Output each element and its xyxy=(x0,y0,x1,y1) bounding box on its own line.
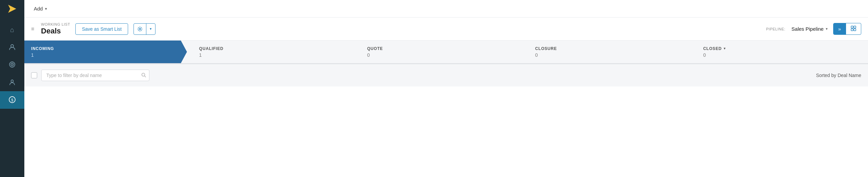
stage-qualified-count: 1 xyxy=(199,52,343,58)
sidebar-item-targets[interactable] xyxy=(0,56,24,74)
stage-closed-count: 0 xyxy=(703,52,861,58)
stage-closure[interactable]: CLOSURE 0 xyxy=(523,41,691,63)
stage-closure-name: CLOSURE xyxy=(535,46,679,51)
home-icon: ⌂ xyxy=(10,26,14,33)
svg-point-5 xyxy=(11,80,14,82)
contacts-icon xyxy=(8,43,16,52)
stage-closed-header: CLOSED ▾ xyxy=(703,46,861,51)
svg-rect-11 xyxy=(851,29,853,31)
stage-incoming[interactable]: INCOMING 1 xyxy=(24,41,187,63)
header-section: ≡ WORKING LIST Deals Save as Smart List … xyxy=(24,18,868,41)
svg-text:$: $ xyxy=(11,98,13,102)
filter-input[interactable] xyxy=(41,70,149,81)
pipeline-name: Sales Pipeline xyxy=(792,26,824,32)
stage-qualified-name: QUALIFIED xyxy=(199,46,343,51)
sidebar-item-deals[interactable]: $ xyxy=(0,91,24,109)
pipeline-chevron-icon: ▾ xyxy=(826,27,828,31)
kanban-icon: » xyxy=(838,26,841,32)
pipeline-select[interactable]: Sales Pipeline ▾ xyxy=(790,25,830,33)
svg-rect-12 xyxy=(854,29,856,31)
gear-button[interactable] xyxy=(134,24,146,34)
stages-row: INCOMING 1 QUALIFIED 1 QUOTE 0 CLOSURE 0… xyxy=(24,41,868,64)
svg-point-4 xyxy=(12,64,13,65)
sidebar-item-person[interactable] xyxy=(0,74,24,91)
view-toggle: » xyxy=(833,23,861,35)
stage-closure-count: 0 xyxy=(535,52,679,58)
working-list-label: WORKING LIST xyxy=(41,22,70,26)
deals-icon: $ xyxy=(8,96,16,104)
stage-incoming-count: 1 xyxy=(31,52,175,58)
stage-quote-count: 0 xyxy=(367,52,511,58)
grid-icon xyxy=(851,26,856,32)
stage-closed-chevron-icon: ▾ xyxy=(724,46,726,51)
filter-bar: Sorted by Deal Name xyxy=(24,64,868,86)
app-logo xyxy=(7,3,18,14)
pipeline-label: PIPELINE: xyxy=(766,27,786,31)
svg-rect-9 xyxy=(851,26,853,28)
stage-incoming-name: INCOMING xyxy=(31,46,175,51)
gear-icon xyxy=(137,26,143,32)
filter-input-wrap xyxy=(41,70,149,81)
stage-closed-name: CLOSED xyxy=(703,46,722,51)
save-smart-list-button[interactable]: Save as Smart List xyxy=(75,23,128,35)
sidebar: ⌂ xyxy=(0,0,24,177)
title-group: WORKING LIST Deals xyxy=(41,22,70,35)
stage-qualified[interactable]: QUALIFIED 1 xyxy=(187,41,355,63)
header-right: PIPELINE: Sales Pipeline ▾ » xyxy=(766,23,861,35)
select-all-checkbox[interactable] xyxy=(31,72,37,78)
target-icon xyxy=(8,61,16,69)
sorted-label: Sorted by Deal Name xyxy=(816,73,861,78)
stage-quote-name: QUOTE xyxy=(367,46,511,51)
gear-chevron-icon: ▾ xyxy=(150,27,152,31)
gear-dropdown: ▾ xyxy=(134,23,155,35)
add-button[interactable]: Add ▾ xyxy=(31,4,50,13)
page-title: Deals xyxy=(41,27,70,35)
add-chevron-icon: ▾ xyxy=(45,6,47,11)
svg-rect-10 xyxy=(854,26,856,28)
svg-point-1 xyxy=(11,45,14,47)
sidebar-item-contacts[interactable] xyxy=(0,39,24,56)
hamburger-icon[interactable]: ≡ xyxy=(31,26,34,32)
main-content: Add ▾ ≡ WORKING LIST Deals Save as Smart… xyxy=(24,0,868,177)
stage-closed[interactable]: CLOSED ▾ 0 xyxy=(691,41,868,63)
svg-point-8 xyxy=(139,28,141,30)
filter-left xyxy=(31,70,149,81)
kanban-view-button[interactable]: » xyxy=(834,23,846,34)
person-icon xyxy=(8,78,16,87)
sidebar-nav: ⌂ xyxy=(0,18,24,177)
svg-marker-0 xyxy=(8,5,16,13)
gear-dropdown-chevron-button[interactable]: ▾ xyxy=(146,24,155,34)
sidebar-logo xyxy=(0,0,24,18)
add-label: Add xyxy=(34,6,43,11)
top-bar: Add ▾ xyxy=(24,0,868,18)
sidebar-item-home[interactable]: ⌂ xyxy=(0,21,24,39)
grid-view-button[interactable] xyxy=(846,23,861,34)
stage-quote[interactable]: QUOTE 0 xyxy=(355,41,523,63)
